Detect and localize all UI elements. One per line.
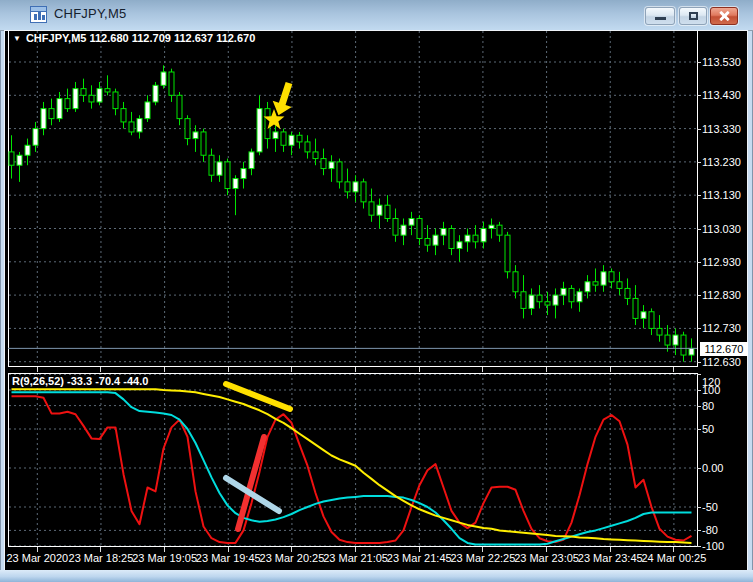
time-axis-tick — [546, 547, 547, 552]
candle-body — [305, 142, 310, 152]
chart-window: CHFJPY,M5 ▼CHFJPY,M5 112.680 112.709 112… — [0, 0, 753, 582]
indicator-axis-tick — [697, 374, 701, 375]
candle-body — [193, 132, 198, 139]
minimize-button[interactable] — [645, 7, 675, 25]
candle-body — [121, 109, 126, 122]
candle-body — [209, 155, 214, 175]
candle-body — [497, 225, 502, 235]
ohlc-header-text: CHFJPY,M5 112.680 112.709 112.637 112.67… — [26, 32, 255, 44]
time-axis-tick — [291, 367, 292, 372]
candle-body — [113, 92, 118, 109]
candle-body — [241, 169, 246, 179]
candle-body — [609, 272, 614, 282]
candle-body — [233, 179, 238, 189]
price-axis-tick — [697, 229, 701, 230]
indicator-axis-tick — [697, 530, 701, 531]
candle-body — [161, 72, 166, 85]
candle-body — [625, 288, 630, 298]
candle-body — [377, 205, 382, 215]
candle-body — [601, 272, 606, 285]
candle-body — [361, 182, 366, 202]
candle-body — [17, 155, 22, 165]
candle-body — [313, 152, 318, 159]
candle-body — [561, 288, 566, 295]
indicator-axis-tick — [697, 390, 701, 391]
candle-body — [417, 219, 422, 239]
price-axis-tick — [697, 95, 701, 96]
candle-body — [393, 219, 398, 236]
candle-body — [289, 135, 294, 145]
candle-body — [689, 348, 694, 355]
candle-body — [25, 145, 30, 155]
red-trendline[interactable] — [238, 437, 264, 529]
time-axis-tick — [100, 547, 101, 552]
indicator-axis-tick — [697, 507, 701, 508]
close-button[interactable] — [710, 7, 738, 25]
candle-body — [593, 282, 598, 285]
time-axis-tick — [610, 367, 611, 372]
candle-body — [73, 89, 78, 109]
indicator-axis-label: -50 — [702, 500, 750, 514]
window-titlebar[interactable]: CHFJPY,M5 — [0, 0, 753, 31]
time-axis-tick — [355, 367, 356, 372]
candle-body — [553, 295, 558, 305]
candle-body — [281, 132, 286, 145]
price-axis-label: 112.630 — [702, 355, 750, 369]
candle-body — [473, 235, 478, 242]
candle-body — [153, 85, 158, 102]
candle-body — [433, 235, 438, 245]
indicator-axis-label: -100 — [702, 539, 750, 553]
candle-body — [81, 89, 86, 96]
candle-body — [665, 335, 670, 345]
oscillator-panel[interactable] — [8, 373, 698, 547]
candle-body — [649, 312, 654, 329]
candle-body — [177, 95, 182, 118]
candle-body — [329, 162, 334, 169]
price-axis-label: 113.430 — [702, 88, 750, 102]
candle-body — [521, 292, 526, 309]
candle-body — [9, 152, 14, 165]
window-frame-bottom — [0, 570, 753, 582]
candle-body — [345, 182, 350, 192]
indicator-axis-label: 50 — [702, 422, 750, 436]
candle-body — [401, 225, 406, 235]
candle-body — [225, 162, 230, 189]
candle-body — [297, 135, 302, 142]
indicator-label: R(9,26,52) -33.3 -70.4 -44.0 — [12, 375, 148, 387]
price-axis-tick — [697, 295, 701, 296]
main-price-chart[interactable] — [8, 31, 698, 367]
time-axis-label: 24 Mar 00:25 — [632, 552, 716, 564]
restore-button[interactable] — [679, 7, 707, 25]
candle-body — [129, 122, 134, 132]
candle-body — [65, 99, 70, 109]
time-axis-tick — [228, 547, 229, 552]
price-axis-label: 113.530 — [702, 55, 750, 69]
candle-body — [481, 229, 486, 242]
price-axis-tick — [697, 362, 701, 363]
price-axis-tick — [697, 129, 701, 130]
window-title: CHFJPY,M5 — [54, 6, 126, 21]
time-axis-tick — [419, 547, 420, 552]
chart-window-icon — [30, 6, 47, 23]
price-axis-tick — [697, 162, 701, 163]
candle-body — [49, 109, 54, 119]
candle-body — [185, 119, 190, 139]
time-axis-tick — [419, 367, 420, 372]
price-axis-label: 112.830 — [702, 288, 750, 302]
candle-body — [89, 95, 94, 102]
candle-body — [321, 159, 326, 169]
candle-body — [257, 109, 262, 152]
signal-red-line — [12, 396, 692, 543]
indicator-axis-label: -80 — [702, 523, 750, 537]
close-icon — [718, 10, 730, 22]
chevron-down-icon: ▼ — [13, 34, 21, 43]
candle-body — [57, 99, 62, 119]
candle-body — [217, 162, 222, 175]
candle-body — [449, 229, 454, 249]
candle-body — [41, 109, 46, 129]
ohlc-header: ▼CHFJPY,M5 112.680 112.709 112.637 112.6… — [13, 32, 255, 44]
candle-body — [105, 89, 110, 92]
candle-body — [425, 238, 430, 245]
candles-layer — [9, 65, 694, 361]
candle-body — [529, 295, 534, 308]
